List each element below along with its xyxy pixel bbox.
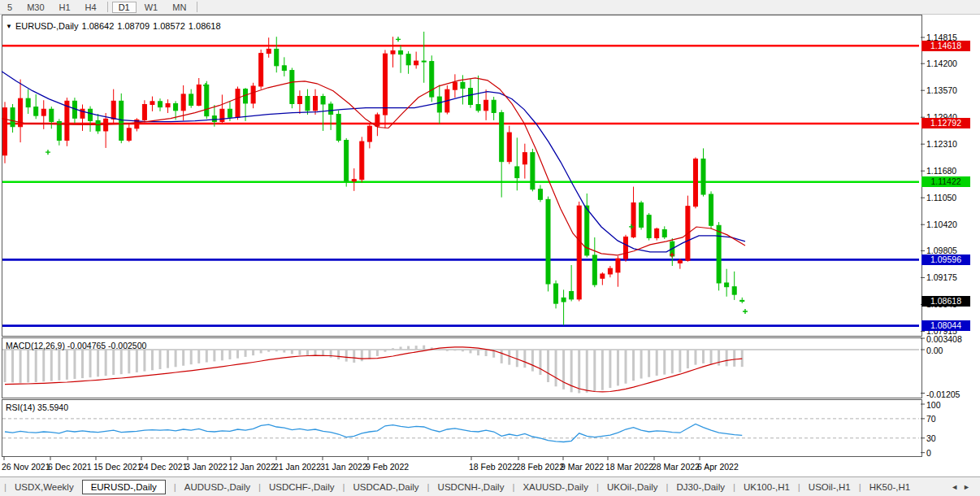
tab-separator: | <box>666 482 669 492</box>
tab-dj30-daily[interactable]: DJ30-,Daily <box>673 481 729 494</box>
macd-indicator-label: MACD(12,26,9) -0.004765 -0.002500 <box>6 341 146 350</box>
candle-body <box>546 199 550 284</box>
candle-body <box>336 115 340 141</box>
candle-body <box>236 89 240 118</box>
candle-body <box>406 54 410 65</box>
candle-body <box>608 268 612 274</box>
price-axis-label: 1.09175 <box>926 272 957 282</box>
date-axis-label: 9 Feb 2022 <box>366 462 409 472</box>
candle-body <box>592 255 596 285</box>
candle-body <box>205 85 209 115</box>
candle-body <box>360 141 364 180</box>
rsi-axis-label: 30 <box>926 433 936 443</box>
candle-body <box>624 237 628 259</box>
candle-body <box>150 102 154 105</box>
candle-body <box>725 283 729 287</box>
macd-signal-line <box>5 347 742 392</box>
tab-usdcnh-daily[interactable]: USDCNH-,Daily <box>434 481 509 494</box>
candle-body <box>437 97 441 112</box>
ohlc-low: 1.08572 <box>153 21 185 31</box>
tab-separator: | <box>427 482 430 492</box>
date-axis-label: 9 Mar 2022 <box>561 462 604 472</box>
candle-body <box>352 180 356 181</box>
tab-separator: | <box>512 482 514 492</box>
price-badge: 1.09596 <box>921 255 970 265</box>
candle-body <box>181 94 185 111</box>
date-axis-label: 6 Dec 2021 <box>48 462 92 472</box>
candle-body <box>523 153 527 164</box>
ohlc-open: 1.08642 <box>82 21 115 31</box>
candle-body <box>647 215 651 238</box>
date-axis-label: 31 Jan 2022 <box>320 462 367 472</box>
candle-body <box>531 153 535 189</box>
candle-body <box>267 49 271 53</box>
ohlc-high: 1.08709 <box>117 21 150 31</box>
candle-body <box>616 259 620 272</box>
date-axis-label: 6 Apr 2022 <box>697 462 739 472</box>
candle-body <box>461 82 465 88</box>
tab-scroll-arrows: ◄► <box>951 483 975 491</box>
rsi-axis-label: 70 <box>926 414 936 424</box>
candle-body <box>484 100 488 111</box>
tab-audusd-daily[interactable]: AUDUSD-,Daily <box>180 481 254 494</box>
candle-body <box>321 97 325 104</box>
trading-platform-window: 5M30H1H4D1W1MN ▼EURUSD-,Daily1.086421.08… <box>0 0 980 496</box>
tab-scroll-right-icon[interactable]: ► <box>963 483 975 491</box>
candle-body <box>11 108 15 127</box>
date-axis-label: 21 Jan 2022 <box>274 462 321 472</box>
date-axis-label: 3 Jan 2022 <box>185 462 228 472</box>
candle-body <box>166 103 170 107</box>
candle-body <box>453 82 457 89</box>
rsi-axis-label: 0 <box>926 448 931 458</box>
date-axis-label: 26 Nov 2021 <box>2 462 50 472</box>
candle-body <box>570 291 574 298</box>
candle-body <box>577 206 581 299</box>
price-axis-label: 1.10420 <box>926 220 957 229</box>
candle-body <box>709 194 713 225</box>
macd-axis-label: 0.003408 <box>926 334 962 344</box>
rsi-indicator-label: RSI(14) 35.5940 <box>6 402 68 412</box>
price-axis-label: 1.12310 <box>926 139 957 149</box>
candle-body <box>220 109 224 121</box>
tab-scroll-left-icon[interactable]: ◄ <box>951 483 963 491</box>
candle-body <box>732 287 736 294</box>
candle-body <box>391 51 395 54</box>
candle-body <box>111 101 115 119</box>
candle-body <box>469 89 473 105</box>
candle-body <box>414 61 418 65</box>
candle-body <box>290 71 294 104</box>
chart-dropdown-icon[interactable]: ▼ <box>6 23 12 30</box>
candle-body <box>538 189 542 200</box>
candle-body <box>476 105 480 111</box>
tab-separator: | <box>733 482 735 492</box>
tab-ukoil-daily[interactable]: UKOil-,Daily <box>603 481 662 494</box>
candle-body <box>507 133 511 162</box>
candle-body <box>383 54 387 115</box>
candle-body <box>41 109 46 115</box>
candle-body <box>515 167 519 178</box>
tab-usdcad-daily[interactable]: USDCAD-,Daily <box>349 481 423 494</box>
price-axis-label: 1.11680 <box>926 166 956 176</box>
candle-body <box>174 103 178 110</box>
candle-body <box>50 109 54 121</box>
date-axis-label: 12 Jan 2022 <box>228 462 275 472</box>
tab-separator: | <box>4 482 7 492</box>
tab-separator: | <box>258 482 261 492</box>
candle-body <box>89 109 93 120</box>
tab-separator: | <box>342 482 345 492</box>
tab-uk100-h1[interactable]: UK100-,H1 <box>739 481 794 494</box>
symbol-tab-bar: |USDX,WeeklyEURUSD-,Daily|AUDUSD-,Daily|… <box>0 476 980 496</box>
price-axis-label: 1.13570 <box>926 85 957 95</box>
price-badge: 1.08044 <box>921 320 970 331</box>
candle-body <box>189 94 193 106</box>
tab-usdchf-daily[interactable]: USDCHF-,Daily <box>265 481 339 494</box>
candle-body <box>119 101 124 140</box>
tab-hk50-h1[interactable]: HK50-,H1 <box>865 481 915 494</box>
candle-body <box>158 102 163 107</box>
candle-body <box>655 228 659 237</box>
tab-usdx-weekly[interactable]: USDX,Weekly <box>11 481 78 494</box>
tab-eurusd-daily[interactable]: EURUSD-,Daily <box>82 480 166 494</box>
tab-xauusd-daily[interactable]: XAUUSD-,Daily <box>518 481 592 494</box>
tab-separator: | <box>798 482 800 492</box>
tab-usoil-h1[interactable]: USOil-,H1 <box>804 481 855 494</box>
